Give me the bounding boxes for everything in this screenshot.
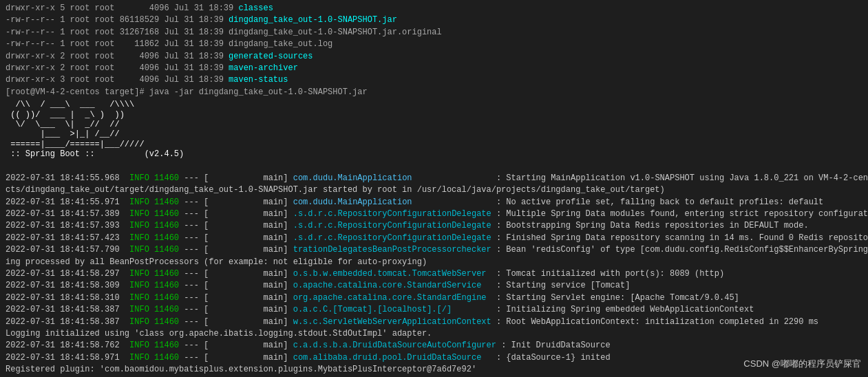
file-line-6: drwxr-xr-x 2 root root 4096 Jul 31 18:39… [6, 63, 862, 74]
log-line-1: 2022-07-31 18:41:55.968 INFO 11460 --- [… [6, 173, 862, 184]
file-line-5: drwxr-xr-x 2 root root 4096 Jul 31 18:39… [6, 51, 862, 63]
file-line-3: -rw-r--r-- 1 root root 31267168 Jul 31 1… [6, 27, 862, 39]
log-line-7: 2022-07-31 18:41:58.297 INFO 11460 --- [… [6, 268, 862, 280]
log-line-10: 2022-07-31 18:41:58.387 INFO 11460 --- [… [6, 304, 862, 316]
file-line-2: -rw-r--r-- 1 root root 86118529 Jul 31 1… [6, 14, 862, 26]
file-line-4: -rw-r--r-- 1 root root 11862 Jul 31 18:3… [6, 39, 862, 50]
log-line-6b: ing processed by all BeanPostProcessors … [6, 257, 862, 268]
log-line-9: 2022-07-31 18:41:58.310 INFO 11460 --- [… [6, 292, 862, 304]
spring-logo: /\\ / ___\ ___ /\\\\ (( ))/ ___ | _\ ) )… [6, 100, 862, 159]
log-line-11b: Logging initialized using 'class org.apa… [6, 328, 862, 340]
command-line: [root@VM-4-2-centos target]# java -jar d… [6, 87, 862, 98]
file-line-7: drwxr-xr-x 3 root root 4096 Jul 31 18:39… [6, 74, 862, 86]
log-line-12: 2022-07-31 18:41:58.762 INFO 11460 --- [… [6, 340, 862, 352]
log-line-5: 2022-07-31 18:41:57.423 INFO 11460 --- [… [6, 233, 862, 244]
log-line-6: 2022-07-31 18:41:57.790 INFO 11460 --- [… [6, 244, 862, 256]
log-line-13b: Registered plugin: 'com.baomidou.mybatis… [6, 364, 862, 376]
watermark: CSDN @嘟嘟的程序员铲屎官 [743, 358, 861, 370]
log-line-4: 2022-07-31 18:41:57.393 INFO 11460 --- [… [6, 220, 862, 232]
log-line-11: 2022-07-31 18:41:58.387 INFO 11460 --- [… [6, 316, 862, 328]
log-line-8: 2022-07-31 18:41:58.309 INFO 11460 --- [… [6, 280, 862, 292]
log-line-1b: cts/dingdang_take_out/target/dingdang_ta… [6, 184, 862, 196]
log-line-3: 2022-07-31 18:41:57.389 INFO 11460 --- [… [6, 208, 862, 220]
terminal: drwxr-xr-x 5 root root 4096 Jul 31 18:39… [0, 0, 868, 377]
log-line-2: 2022-07-31 18:41:55.971 INFO 11460 --- [… [6, 197, 862, 208]
log-line-13: 2022-07-31 18:41:58.971 INFO 11460 --- [… [6, 352, 862, 364]
file-line-1: drwxr-xr-x 5 root root 4096 Jul 31 18:39… [6, 3, 862, 14]
